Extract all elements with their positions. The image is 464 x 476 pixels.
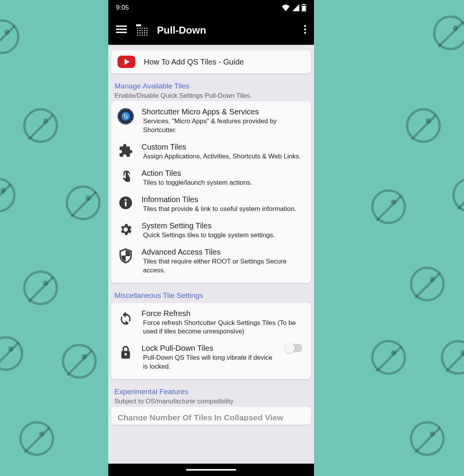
svg-point-17 (137, 32, 138, 34)
row-title: Action Tiles (142, 169, 305, 178)
section-subtitle: Subject to OS/manufacturer compatibility (114, 398, 308, 405)
status-icons (281, 4, 306, 12)
svg-point-8 (140, 28, 141, 29)
svg-point-11 (147, 28, 148, 29)
home-gesture-pill[interactable] (186, 469, 236, 471)
svg-point-26 (147, 35, 148, 36)
menu-icon[interactable] (116, 26, 127, 35)
guide-title: How To Add QS Tiles - Guide (144, 58, 244, 66)
refresh-icon (118, 309, 134, 325)
svg-point-12 (137, 30, 138, 31)
manage-tiles-card: Shortcutter Micro Apps & Services Servic… (111, 101, 311, 283)
section-title: Miscellaneous Tile Settings (114, 291, 308, 300)
svg-point-15 (144, 30, 145, 31)
row-micro-apps[interactable]: Shortcutter Micro Apps & Services Servic… (111, 104, 311, 139)
section-title: Experimental Features (114, 388, 308, 396)
row-action-tiles[interactable]: Action Tiles Tiles to toggle/launch syst… (111, 165, 311, 191)
status-time: 9:05 (116, 4, 129, 12)
row-information-tiles[interactable]: Information Tiles Tiles that provide & l… (111, 191, 311, 218)
svg-point-24 (142, 35, 143, 36)
svg-point-20 (144, 32, 145, 34)
overflow-menu-icon[interactable] (304, 25, 306, 36)
row-lock-pulldown[interactable]: Lock Pull-Down Tiles Pull-Down QS Tiles … (111, 340, 311, 375)
svg-point-21 (147, 32, 148, 34)
row-title: Shortcutter Micro Apps & Services (142, 107, 305, 116)
svg-point-34 (125, 353, 127, 355)
svg-point-13 (140, 30, 141, 31)
row-title: Lock Pull-Down Tiles (142, 344, 278, 353)
signal-icon (292, 4, 299, 11)
row-system-setting-tiles[interactable]: System Setting Tiles Quick Settings tile… (111, 218, 311, 244)
row-desc: Tiles that provide & link to useful syst… (142, 205, 305, 214)
svg-point-9 (142, 28, 143, 29)
experimental-card: Change Number Of Tiles In Collapsed View (111, 407, 311, 425)
lock-toggle[interactable] (285, 344, 305, 352)
micro-apps-icon (118, 107, 134, 124)
svg-rect-3 (116, 26, 127, 27)
app-logo-icon (136, 24, 148, 36)
touch-icon (118, 169, 134, 186)
svg-point-10 (144, 28, 145, 29)
row-title: Custom Tiles (142, 143, 305, 151)
phone-frame: 9:05 Pull-Down (108, 0, 314, 476)
svg-rect-5 (116, 32, 127, 33)
status-bar: 9:05 (108, 0, 314, 15)
section-manage-header: Manage Available Tiles Enable/Disable Qu… (111, 79, 311, 101)
svg-point-22 (137, 35, 138, 36)
battery-icon (302, 4, 306, 12)
row-title: Advanced Access Tiles (142, 248, 305, 257)
svg-point-28 (304, 29, 306, 31)
svg-point-23 (140, 35, 141, 36)
lock-icon (118, 344, 134, 360)
app-bar: Pull-Down (108, 15, 314, 45)
gear-icon (118, 221, 134, 237)
svg-point-16 (147, 30, 148, 31)
row-title: Force Refresh (142, 309, 305, 318)
section-misc-header: Miscellaneous Tile Settings (111, 288, 311, 303)
row-force-refresh[interactable]: Force Refresh Force refresh Shortcutter … (111, 305, 311, 340)
svg-point-29 (304, 32, 306, 34)
row-desc: Quick Settings tiles to toggle system se… (142, 231, 305, 240)
svg-point-7 (137, 28, 138, 29)
row-title: System Setting Tiles (142, 221, 305, 230)
section-subtitle: Enable/Disable Quick Settings Pull-Down … (114, 92, 308, 100)
row-desc: Assign Applications, Activities, Shortcu… (142, 152, 305, 161)
svg-rect-2 (302, 6, 306, 11)
row-desc: Force refresh Shortcutter Quick Settings… (142, 319, 305, 337)
svg-rect-1 (303, 4, 305, 5)
svg-rect-31 (125, 202, 126, 206)
section-experimental-header: Experimental Features Subject to OS/manu… (111, 384, 311, 407)
wifi-icon (281, 4, 290, 11)
row-custom-tiles[interactable]: Custom Tiles Assign Applications, Activi… (111, 139, 311, 165)
row-desc: Pull-Down QS Tiles will long vibrate if … (142, 354, 278, 371)
svg-point-32 (125, 199, 127, 201)
misc-card: Force Refresh Force refresh Shortcutter … (111, 303, 311, 379)
info-icon (118, 195, 134, 210)
youtube-icon (118, 56, 135, 68)
svg-point-25 (144, 35, 145, 36)
content-scroll[interactable]: How To Add QS Tiles - Guide Manage Avail… (108, 45, 314, 464)
guide-card[interactable]: How To Add QS Tiles - Guide (111, 50, 311, 73)
svg-point-18 (140, 32, 141, 34)
row-desc: Tiles to toggle/launch system actions. (142, 178, 305, 187)
row-advanced-access-tiles[interactable]: Advanced Access Tiles Tiles that require… (111, 244, 311, 279)
row-title: Information Tiles (142, 195, 305, 204)
svg-rect-4 (116, 29, 127, 30)
page-title: Pull-Down (157, 24, 295, 36)
row-title-cutoff: Change Number Of Tiles In Collapsed View (111, 409, 311, 421)
svg-point-19 (142, 32, 143, 34)
row-desc: Tiles that require either ROOT or Settin… (142, 257, 305, 275)
shield-icon (118, 248, 134, 264)
section-title: Manage Available Tiles (114, 82, 308, 90)
navigation-bar (108, 464, 314, 476)
svg-rect-6 (136, 24, 141, 26)
svg-point-27 (304, 25, 306, 27)
row-desc: Services, "Micro Apps" & features provid… (142, 117, 305, 135)
svg-point-14 (142, 30, 143, 31)
puzzle-icon (118, 143, 134, 158)
